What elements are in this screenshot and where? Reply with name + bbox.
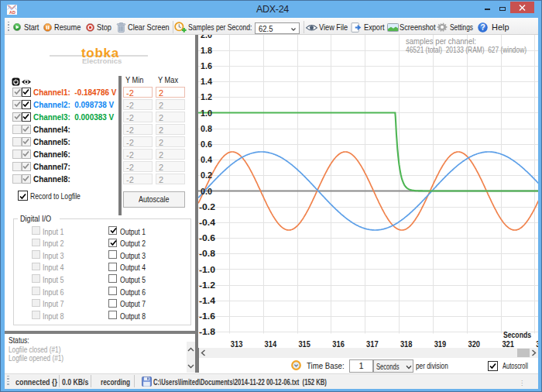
svg-text:-1.8: -1.8 (199, 327, 215, 336)
svg-text:313: 313 (231, 339, 243, 349)
svg-text:314: 314 (265, 339, 277, 349)
svg-text:AD: AD (9, 10, 15, 15)
svg-text:317: 317 (366, 339, 379, 349)
svg-text:-1.4: -1.4 (199, 296, 216, 305)
svg-text:-1.0: -1.0 (199, 265, 215, 274)
svg-text:320: 320 (468, 339, 481, 349)
svg-text:Seconds: Seconds (503, 330, 531, 339)
svg-text:1.0: 1.0 (201, 108, 212, 118)
svg-text:0.0: 0.0 (201, 187, 212, 196)
svg-text:46521 (total) 20133 (RAM) 62: 46521 (total) 20133 (RAM) 627 (window) (406, 45, 527, 54)
svg-text:319: 319 (434, 339, 447, 349)
svg-text:-0.4: -0.4 (199, 218, 216, 227)
svg-text:0.4: 0.4 (201, 155, 213, 164)
svg-text:1.2: 1.2 (201, 92, 212, 101)
svg-text:-0.6: -0.6 (199, 233, 215, 242)
svg-text:321: 321 (502, 339, 514, 349)
svg-text:-1.6: -1.6 (199, 311, 215, 321)
svg-text:318: 318 (400, 339, 413, 349)
svg-text:0.8: 0.8 (201, 124, 212, 133)
svg-text:?: ? (480, 23, 485, 32)
svg-text:-0.2: -0.2 (199, 202, 215, 211)
svg-text:1.6: 1.6 (201, 61, 212, 70)
svg-text:2.0: 2.0 (201, 35, 212, 40)
svg-text:0.2: 0.2 (201, 170, 212, 180)
svg-text:-0.8: -0.8 (199, 249, 215, 258)
svg-text:315: 315 (298, 339, 310, 349)
svg-text:-1.2: -1.2 (199, 280, 215, 290)
svg-text:0.6: 0.6 (201, 139, 212, 149)
svg-text:316: 316 (332, 339, 345, 349)
svg-text:1.8: 1.8 (201, 46, 212, 55)
svg-text:1.4: 1.4 (201, 77, 213, 86)
